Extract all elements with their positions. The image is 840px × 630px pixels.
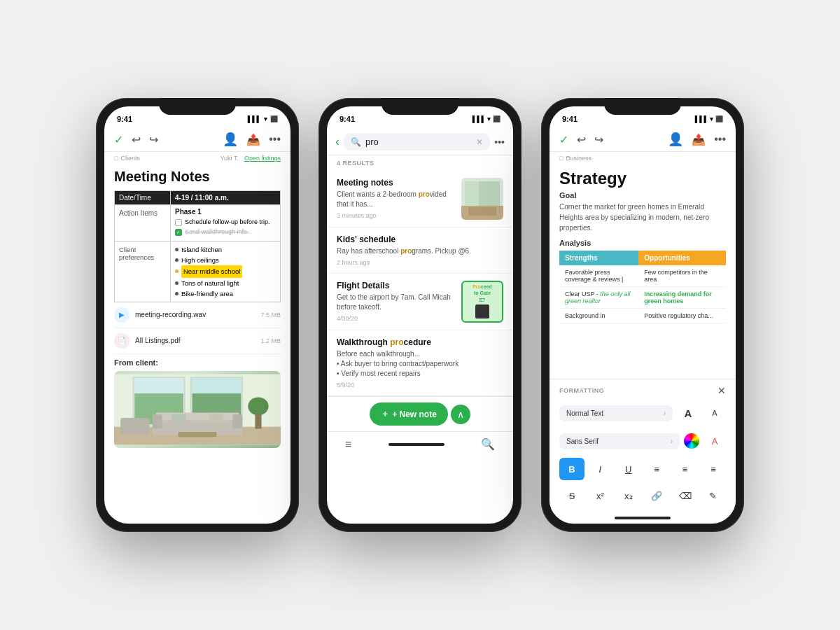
opportunity-1: Few competitors in the area	[638, 265, 726, 287]
result-snippet-3: Get to the airport by 7am. Call Micah be…	[337, 293, 456, 312]
hamburger-icon[interactable]: ≡	[345, 438, 351, 451]
pref-2: High ceilings	[175, 255, 276, 265]
person-icon-3[interactable]: 👤	[668, 132, 683, 147]
checkbox-2[interactable]: ✓	[175, 229, 182, 236]
result-time-1: 3 minutes ago	[337, 212, 456, 219]
result-info-3: Flight Details Get to the airport by 7am…	[337, 281, 456, 323]
result-item-2[interactable]: Kids' schedule Ray has afterschool progr…	[327, 227, 513, 274]
new-note-label: + New note	[392, 410, 437, 419]
color-picker-icon[interactable]	[684, 433, 699, 449]
redo-icon-3[interactable]: ↪	[594, 133, 603, 146]
home-bar-3	[615, 517, 671, 519]
search-bar[interactable]: ‹ 🔍 pro ✕ •••	[327, 129, 513, 155]
file-2-size: 1.2 MB	[260, 337, 281, 344]
formatting-header: FORMATTING ✕	[559, 385, 726, 396]
format-row-1: Normal Text › A A	[559, 402, 726, 424]
action-item-1[interactable]: Schedule follow-up before trip.	[175, 218, 276, 226]
svg-rect-14	[178, 432, 217, 437]
format-row-4: S x² x₂ 🔗 ⌫ ✎	[559, 484, 726, 507]
result-snippet-2: Ray has afterschool programs. Pickup @6.	[337, 246, 503, 256]
phone3-content: Strategy Goal Corner the market for gree…	[550, 164, 736, 379]
format-row-2: Sans Serif › A	[559, 430, 726, 452]
font-size-small-btn[interactable]: A	[704, 402, 726, 424]
analysis-label: Analysis	[559, 239, 726, 247]
person-icon-1[interactable]: 👤	[223, 132, 238, 147]
search-nav-icon[interactable]: 🔍	[481, 438, 495, 451]
undo-icon-3[interactable]: ↩	[577, 133, 586, 146]
font-highlight-btn[interactable]: A	[704, 430, 726, 452]
search-more-icon[interactable]: •••	[494, 136, 505, 148]
result-title-2: Kids' schedule	[337, 234, 503, 244]
action-item-2-text: Send walkthrough info.	[185, 228, 249, 235]
font-size-large-btn[interactable]: A	[677, 402, 699, 424]
goal-label: Goal	[559, 191, 726, 200]
new-note-button[interactable]: ＋ + New note	[370, 402, 448, 426]
clear-format-button[interactable]: ⌫	[673, 484, 698, 507]
phone-2: 9:41 ▌▌▌ ▾ ⬛ ‹ 🔍 pro ✕ ••• 4 RESULTS	[318, 98, 522, 532]
action-item-1-text: Schedule follow-up before trip.	[185, 218, 270, 225]
action-item-2[interactable]: ✓ Send walkthrough info.	[175, 228, 276, 236]
more-icon-3[interactable]: •••	[714, 133, 726, 146]
file-2[interactable]: 📄 All Listings.pdf 1.2 MB	[114, 328, 281, 354]
sans-serif-label: Sans Serif	[566, 438, 598, 445]
notch-1	[159, 98, 236, 115]
back-icon[interactable]: ‹	[335, 134, 340, 149]
result-time-2: 2 hours ago	[337, 259, 503, 266]
result-item-3[interactable]: Flight Details Get to the airport by 7am…	[327, 274, 513, 330]
undo-icon-1[interactable]: ↩	[132, 133, 141, 146]
opportunity-3: Positive regulatory cha...	[638, 309, 726, 323]
underline-button[interactable]: U	[616, 458, 641, 480]
superscript-button[interactable]: x²	[587, 484, 612, 507]
svg-rect-9	[156, 413, 239, 421]
subscript-button[interactable]: x₂	[616, 484, 641, 507]
italic-button[interactable]: I	[587, 458, 612, 480]
meeting-table: Date/Time 4-19 / 11:00 a.m. Action Items…	[114, 190, 281, 302]
check-icon-1[interactable]: ✓	[114, 133, 123, 146]
result-item-4[interactable]: Walkthrough procedure Before each walkth…	[327, 330, 513, 396]
normal-text-btn[interactable]: Normal Text ›	[559, 405, 673, 421]
page-title-3: Strategy	[559, 169, 726, 188]
phone1-content: Meeting Notes Date/Time 4-19 / 11:00 a.m…	[104, 164, 290, 524]
home-bar-2	[388, 443, 444, 446]
redo-icon-1[interactable]: ↪	[149, 133, 158, 146]
search-clear-icon[interactable]: ✕	[476, 137, 483, 147]
pref-1: Island kitchen	[175, 244, 276, 255]
extra-format-button[interactable]: ✎	[701, 484, 726, 507]
breadcrumb-label-1: Clients	[120, 155, 140, 162]
audio-icon: ▶	[114, 307, 130, 323]
client-image	[114, 371, 281, 448]
formatting-close-icon[interactable]: ✕	[718, 385, 726, 396]
strength-3: Background in	[559, 309, 638, 323]
bottom-nav: ≡ 🔍	[327, 431, 513, 459]
result-time-3: 4/30/20	[337, 315, 456, 322]
check-icon-3[interactable]: ✓	[559, 133, 568, 146]
action-label: Action Items	[115, 205, 171, 241]
result-item-1[interactable]: Meeting notes Client wants a 2-bedroom p…	[327, 171, 513, 227]
notch-3	[604, 98, 681, 115]
link-button[interactable]: 🔗	[644, 484, 669, 507]
result-snippet-1: Client wants a 2-bedroom provided that i…	[337, 190, 456, 209]
align-center-button[interactable]: ≡	[673, 458, 698, 480]
plus-icon: ＋	[381, 408, 389, 420]
checkbox-1[interactable]	[175, 219, 182, 226]
align-right-button[interactable]: ≡	[701, 458, 726, 480]
svg-rect-12	[172, 414, 186, 423]
breadcrumb-action[interactable]: Open listings	[244, 155, 281, 162]
prefs-list: Island kitchen High ceilings Near middle…	[175, 244, 276, 299]
bold-button[interactable]: B	[559, 458, 584, 480]
phone-1: 9:41 ▌▌▌ ▾ ⬛ ✓ ↩ ↪ 👤 📤 •••	[96, 98, 299, 532]
file-1-name: meeting-recording.wav	[135, 311, 255, 318]
strikethrough-button[interactable]: S	[559, 484, 584, 507]
share-icon-1[interactable]: 📤	[246, 133, 260, 146]
file-1[interactable]: ▶ meeting-recording.wav 7.5 MB	[114, 302, 281, 328]
search-text[interactable]: pro	[365, 136, 472, 147]
new-note-bar[interactable]: ＋ + New note ∧	[327, 396, 513, 431]
sans-serif-btn[interactable]: Sans Serif ›	[559, 433, 680, 449]
more-icon-1[interactable]: •••	[269, 133, 281, 146]
share-icon-3[interactable]: 📤	[692, 133, 706, 146]
search-input-wrap[interactable]: 🔍 pro ✕	[344, 133, 490, 150]
new-note-caret[interactable]: ∧	[451, 405, 470, 424]
normal-text-label: Normal Text	[566, 410, 603, 417]
notch-2	[382, 98, 458, 115]
align-left-button[interactable]: ≡	[644, 458, 669, 480]
